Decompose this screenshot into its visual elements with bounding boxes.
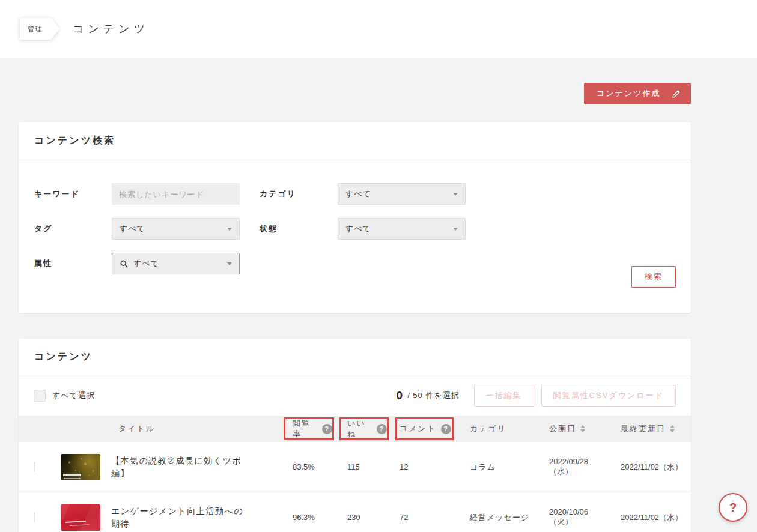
contents-panel: コンテンツ すべて選択 0 / 50 件を選択 一括編集 閲覧属性CSVダウンロ… [19, 339, 691, 532]
search-submit-button[interactable]: 検索 [631, 266, 676, 288]
tag-select[interactable]: すべて [112, 218, 240, 240]
table-row: エンゲージメント向上活動への期待 96.3% 230 72 経営メッセージ 20… [19, 492, 691, 532]
create-content-label: コンテンツ作成 [597, 88, 661, 99]
attribute-select[interactable]: すべて [112, 253, 240, 274]
chevron-down-icon [453, 193, 458, 196]
likes-label: いいね [347, 418, 372, 440]
keyword-label: キーワード [34, 189, 112, 199]
row-title[interactable]: エンゲージメント向上活動への期待 [111, 505, 276, 530]
attribute-label: 属性 [34, 258, 112, 269]
updated-sort-icon[interactable] [670, 425, 675, 432]
column-header-likes: いいね ? [334, 417, 389, 440]
column-header-category: カテゴリ [454, 423, 530, 434]
search-panel: コンテンツ検索 キーワード カテゴリ すべて タグ すべて 状態 すべ [19, 122, 691, 313]
category-select-value: すべて [345, 189, 371, 199]
updated-label: 最終更新日 [621, 423, 666, 434]
row-published: 2020/10/06（火） [530, 507, 602, 527]
table-header-row: タイトル 閲覧率 ? いいね ? コメント ? カテゴリ [19, 416, 691, 442]
row-comments: 72 [389, 513, 454, 522]
published-label: 公開日 [549, 423, 576, 434]
tag-label: タグ [34, 223, 112, 234]
row-thumbnail[interactable] [61, 454, 100, 480]
view-rate-highlight-box: 閲覧率 ? [284, 417, 334, 440]
row-title[interactable]: 【本気の説教②成長に効くツボ編】 [111, 455, 276, 479]
category-select[interactable]: すべて [338, 183, 466, 205]
contents-panel-title: コンテンツ [19, 339, 691, 375]
row-view-rate: 83.5% [276, 462, 334, 471]
likes-highlight-box: いいね ? [339, 417, 389, 440]
csv-download-button[interactable]: 閲覧属性CSVダウンロード [541, 385, 676, 407]
help-floating-button[interactable]: ? [719, 493, 747, 522]
row-checkbox[interactable] [34, 462, 35, 472]
status-select[interactable]: すべて [338, 218, 466, 240]
pencil-icon [671, 89, 681, 99]
row-thumbnail[interactable] [61, 504, 100, 531]
row-category: 経営メッセージ [454, 512, 530, 523]
row-comments: 12 [389, 462, 454, 471]
comments-highlight-box: コメント ? [395, 417, 454, 440]
column-header-title: タイトル [111, 423, 276, 434]
selected-suffix: / 50 件を選択 [407, 390, 460, 401]
page-title: コンテンツ [73, 22, 149, 36]
comments-help-icon[interactable]: ? [441, 424, 451, 434]
selected-count: 0 [397, 389, 403, 402]
category-label: カテゴリ [260, 189, 338, 199]
likes-help-icon[interactable]: ? [377, 424, 387, 434]
status-label: 状態 [260, 223, 338, 234]
breadcrumb-admin-badge[interactable]: 管理 [20, 18, 59, 40]
column-header-comments: コメント ? [389, 417, 454, 440]
contents-toolbar: すべて選択 0 / 50 件を選択 一括編集 閲覧属性CSVダウンロード [19, 375, 691, 416]
published-sort-icon[interactable] [580, 425, 585, 432]
row-likes: 115 [334, 462, 389, 471]
chevron-down-icon [453, 228, 458, 231]
search-panel-title: コンテンツ検索 [19, 122, 691, 159]
column-header-updated: 最終更新日 [602, 423, 691, 434]
column-header-published: 公開日 [530, 423, 602, 434]
row-view-rate: 96.3% [276, 513, 334, 522]
comments-label: コメント [400, 423, 436, 434]
column-header-view-rate: 閲覧率 ? [276, 417, 334, 440]
search-icon [120, 259, 129, 268]
row-checkbox[interactable] [34, 512, 35, 522]
row-category: コラム [454, 462, 530, 473]
row-published: 2022/09/28（水） [530, 457, 602, 477]
view-rate-label: 閲覧率 [293, 418, 317, 440]
view-rate-help-icon[interactable]: ? [322, 424, 332, 434]
status-select-value: すべて [345, 223, 371, 234]
create-content-button[interactable]: コンテンツ作成 [584, 83, 691, 104]
row-updated: 2022/11/02（水） [602, 512, 691, 523]
table-row: 【本気の説教②成長に効くツボ編】 83.5% 115 12 コラム 2022/0… [19, 442, 691, 492]
keyword-input[interactable] [112, 183, 240, 205]
chevron-down-icon [227, 262, 232, 265]
chevron-down-icon [227, 228, 232, 231]
top-header: 管理 コンテンツ [0, 0, 757, 58]
breadcrumb: 管理 [20, 18, 59, 40]
select-all-checkbox[interactable] [34, 390, 46, 402]
bulk-edit-button[interactable]: 一括編集 [474, 385, 534, 407]
attribute-select-value: すべて [133, 258, 159, 269]
select-all-label: すべて選択 [52, 390, 95, 401]
tag-select-value: すべて [120, 223, 145, 234]
row-likes: 230 [334, 513, 389, 522]
row-updated: 2022/11/02（水） [602, 462, 691, 473]
